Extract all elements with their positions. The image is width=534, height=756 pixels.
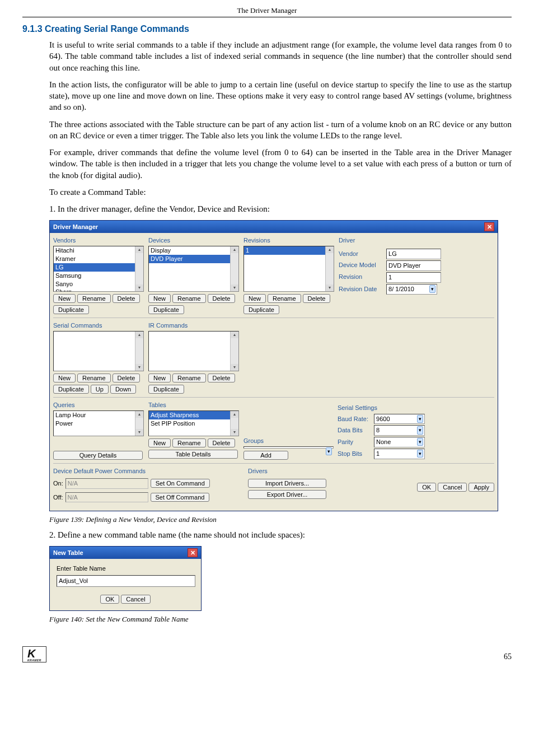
rename-button[interactable]: Rename bbox=[172, 438, 206, 447]
import-drivers-button[interactable]: Import Drivers... bbox=[248, 479, 326, 488]
scroll-up-icon[interactable]: ▴ bbox=[135, 332, 143, 338]
list-item[interactable]: LG bbox=[54, 263, 143, 272]
paragraph: To create a Command Table: bbox=[49, 186, 512, 198]
data-bits-dropdown[interactable]: 8 bbox=[374, 425, 425, 436]
list-item[interactable]: Adjust Sharpness bbox=[149, 411, 238, 419]
revision-field-label: Revision bbox=[339, 273, 385, 281]
duplicate-button[interactable]: Duplicate bbox=[53, 385, 89, 394]
devices-listbox[interactable]: Display DVD Player ▴▾ bbox=[148, 246, 239, 292]
list-item[interactable]: Sharp bbox=[54, 288, 143, 292]
export-driver-button[interactable]: Export Driver... bbox=[248, 490, 326, 499]
query-details-button[interactable]: Query Details bbox=[53, 451, 143, 460]
scroll-down-icon[interactable]: ▾ bbox=[231, 364, 238, 371]
scrollbar[interactable]: ▴▾ bbox=[230, 246, 238, 291]
up-button[interactable]: Up bbox=[91, 385, 109, 394]
revisions-listbox[interactable]: 1 ▴▾ bbox=[243, 246, 334, 292]
scroll-up-icon[interactable]: ▴ bbox=[326, 246, 334, 253]
device-default-power-commands-label: Device Default Power Commands bbox=[53, 467, 243, 475]
close-icon[interactable]: ✕ bbox=[188, 548, 198, 557]
ir-commands-listbox[interactable]: ▴▾ bbox=[148, 331, 239, 371]
scrollbar[interactable]: ▴▾ bbox=[325, 246, 334, 291]
new-button[interactable]: New bbox=[148, 438, 171, 447]
revision-date-dropdown[interactable]: 8/ 1/2010 bbox=[386, 284, 437, 295]
rename-button[interactable]: Rename bbox=[172, 374, 206, 382]
ok-button[interactable]: OK bbox=[417, 483, 436, 492]
queries-listbox[interactable]: Lamp Hour Power ▴▾ bbox=[53, 410, 144, 436]
driver-label: Driver bbox=[339, 236, 494, 245]
serial-commands-label: Serial Commands bbox=[53, 321, 144, 330]
scroll-up-icon[interactable]: ▴ bbox=[231, 411, 238, 418]
list-item[interactable]: 1 bbox=[244, 246, 334, 255]
scrollbar[interactable]: ▴▾ bbox=[135, 332, 143, 371]
new-button[interactable]: New bbox=[148, 374, 171, 382]
delete-button[interactable]: Delete bbox=[208, 374, 236, 382]
scroll-down-icon[interactable]: ▾ bbox=[135, 364, 143, 371]
tables-listbox[interactable]: Adjust Sharpness Set PIP Position ▴▾ bbox=[148, 410, 239, 436]
delete-button[interactable]: Delete bbox=[303, 294, 331, 303]
rename-button[interactable]: Rename bbox=[268, 294, 301, 303]
scrollbar[interactable]: ▴▾ bbox=[135, 411, 143, 436]
duplicate-button[interactable]: Duplicate bbox=[243, 305, 279, 314]
scroll-up-icon[interactable]: ▴ bbox=[135, 246, 143, 253]
rename-button[interactable]: Rename bbox=[172, 294, 206, 303]
down-button[interactable]: Down bbox=[110, 385, 136, 394]
ok-button[interactable]: OK bbox=[100, 595, 119, 604]
list-item[interactable]: Set PIP Position bbox=[149, 419, 238, 428]
scroll-down-icon[interactable]: ▾ bbox=[135, 284, 143, 291]
list-item[interactable]: DVD Player bbox=[149, 255, 238, 263]
scroll-up-icon[interactable]: ▴ bbox=[231, 332, 238, 338]
delete-button[interactable]: Delete bbox=[208, 438, 236, 447]
off-command-field: N/A bbox=[65, 492, 148, 503]
scroll-down-icon[interactable]: ▾ bbox=[326, 284, 334, 291]
list-item[interactable]: Hitachi bbox=[54, 246, 143, 255]
scroll-down-icon[interactable]: ▾ bbox=[231, 284, 238, 291]
scroll-down-icon[interactable]: ▾ bbox=[231, 429, 238, 436]
driver-manager-window: Driver Manager ✕ Vendors Hitachi Kramer … bbox=[49, 220, 498, 511]
scrollbar[interactable]: ▴▾ bbox=[230, 411, 238, 436]
scroll-up-icon[interactable]: ▴ bbox=[135, 411, 143, 418]
set-off-command-button[interactable]: Set Off Command bbox=[151, 493, 210, 502]
close-icon[interactable]: ✕ bbox=[484, 222, 494, 231]
duplicate-button[interactable]: Duplicate bbox=[148, 305, 184, 314]
vendor-field[interactable]: LG bbox=[386, 249, 441, 259]
table-details-button[interactable]: Table Details bbox=[148, 450, 238, 459]
new-button[interactable]: New bbox=[53, 294, 76, 303]
delete-button[interactable]: Delete bbox=[208, 294, 236, 303]
groups-dropdown[interactable] bbox=[243, 446, 334, 449]
parity-dropdown[interactable]: None bbox=[374, 437, 425, 447]
delete-button[interactable]: Delete bbox=[113, 294, 140, 303]
revision-date-field-label: Revision Date bbox=[339, 285, 385, 293]
list-item[interactable]: Display bbox=[149, 246, 238, 255]
revision-field[interactable]: 1 bbox=[386, 272, 441, 283]
apply-button[interactable]: Apply bbox=[469, 483, 494, 492]
list-item[interactable]: Power bbox=[54, 419, 143, 428]
vendors-listbox[interactable]: Hitachi Kramer LG Samsung Sanyo Sharp So… bbox=[53, 246, 144, 292]
device-model-field-label: Device Model bbox=[339, 261, 385, 269]
scrollbar[interactable]: ▴▾ bbox=[230, 332, 238, 371]
list-item[interactable]: Kramer bbox=[54, 255, 143, 263]
window-title: New Table bbox=[53, 549, 83, 557]
duplicate-button[interactable]: Duplicate bbox=[53, 305, 89, 314]
rename-button[interactable]: Rename bbox=[77, 294, 111, 303]
scrollbar[interactable]: ▴▾ bbox=[135, 246, 143, 291]
table-name-input[interactable]: Adjust_Vol bbox=[57, 575, 195, 587]
duplicate-button[interactable]: Duplicate bbox=[148, 385, 184, 394]
list-item[interactable]: Sanyo bbox=[54, 280, 143, 288]
list-item[interactable]: Lamp Hour bbox=[54, 411, 143, 419]
cancel-button[interactable]: Cancel bbox=[121, 595, 150, 604]
add-button[interactable]: Add bbox=[243, 451, 288, 460]
list-item[interactable]: Samsung bbox=[54, 272, 143, 280]
new-button[interactable]: New bbox=[53, 374, 76, 382]
stop-bits-dropdown[interactable]: 1 bbox=[374, 449, 425, 459]
set-on-command-button[interactable]: Set On Command bbox=[151, 479, 210, 488]
scroll-down-icon[interactable]: ▾ bbox=[135, 429, 143, 436]
new-button[interactable]: New bbox=[148, 294, 171, 303]
baud-rate-dropdown[interactable]: 9600 bbox=[374, 414, 425, 424]
new-button[interactable]: New bbox=[243, 294, 266, 303]
scroll-up-icon[interactable]: ▴ bbox=[231, 246, 238, 253]
rename-button[interactable]: Rename bbox=[77, 374, 111, 382]
device-model-field[interactable]: DVD Player bbox=[386, 260, 441, 271]
cancel-button[interactable]: Cancel bbox=[438, 483, 467, 492]
serial-commands-listbox[interactable]: ▴▾ bbox=[53, 331, 144, 371]
delete-button[interactable]: Delete bbox=[113, 374, 140, 382]
